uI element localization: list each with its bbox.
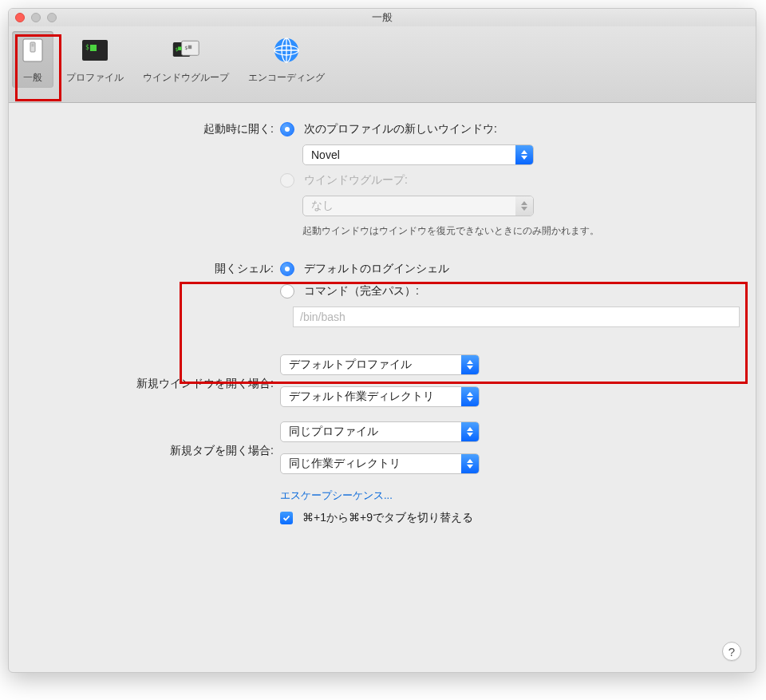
radio-new-window-with-profile[interactable] (280, 122, 294, 136)
svg-marker-21 (467, 360, 473, 364)
svg-text:$: $ (85, 44, 89, 51)
window-groups-icon: $$ (172, 36, 200, 65)
chevron-updown-icon (461, 422, 479, 441)
toolbar-tab-label: ウインドウグループ (143, 71, 229, 85)
toolbar-tab-profiles[interactable]: $ プロファイル (60, 31, 130, 88)
svg-text:$: $ (176, 46, 179, 52)
profiles-icon: $ (81, 36, 109, 65)
new-tab-profile-select[interactable]: 同じプロファイル (280, 421, 480, 442)
svg-rect-5 (90, 45, 97, 51)
titlebar: 一般 (9, 9, 756, 26)
radio-window-group-label: ウインドウグループ: (304, 173, 408, 188)
chevron-updown-icon (461, 454, 479, 473)
svg-marker-22 (467, 366, 473, 370)
svg-marker-27 (467, 459, 473, 463)
startup-group-select: なし (302, 196, 534, 216)
new-tabs-open-with-label: 新規タブを開く場合: (25, 444, 280, 458)
startup-hint: 起動ウインドウはウインドウを復元できないときにのみ開かれます。 (302, 224, 599, 238)
radio-default-login-shell-label: デフォルトのログインシェル (304, 262, 449, 276)
svg-marker-18 (521, 156, 527, 160)
on-startup-label: 起動時に開く: (25, 122, 280, 136)
startup-profile-select-value: Novel (311, 148, 340, 161)
help-button[interactable]: ? (722, 642, 741, 661)
toolbar-tab-label: エンコーディング (248, 71, 325, 85)
shells-open-with-label: 開くシェル: (25, 262, 280, 276)
svg-marker-19 (521, 201, 527, 205)
svg-marker-26 (467, 433, 473, 437)
new-window-dir-select[interactable]: デフォルト作業ディレクトリ (280, 386, 480, 407)
new-window-profile-select[interactable]: デフォルトプロファイル (280, 354, 480, 375)
startup-profile-select[interactable]: Novel (302, 144, 534, 165)
svg-rect-9 (178, 47, 182, 51)
chevron-updown-icon (515, 145, 533, 164)
radio-new-window-with-profile-label: 次のプロファイルの新しいウインドウ: (304, 122, 497, 136)
svg-text:$: $ (184, 45, 188, 50)
preferences-window: 一般 一般 $ プロファイル $$ ウインドウグループ エンコーディング (8, 8, 756, 673)
command-path-input[interactable]: /bin/bash (293, 306, 740, 327)
new-tab-dir-value: 同じ作業ディレクトリ (289, 457, 461, 471)
radio-default-login-shell[interactable] (280, 262, 294, 276)
cmd-1-9-switch-tabs-checkbox[interactable] (280, 512, 293, 524)
svg-marker-20 (521, 207, 527, 211)
svg-rect-11 (188, 45, 192, 49)
svg-marker-17 (521, 150, 527, 154)
general-pane: 起動時に開く: 次のプロファイルの新しいウインドウ: Novel (9, 103, 756, 552)
toolbar-tab-window-groups[interactable]: $$ ウインドウグループ (136, 31, 235, 88)
escape-sequences-link[interactable]: エスケープシーケンス... (280, 488, 393, 503)
svg-marker-25 (467, 427, 473, 431)
chevron-updown-icon (515, 196, 533, 216)
svg-marker-23 (467, 392, 473, 396)
command-path-placeholder: /bin/bash (300, 310, 345, 323)
toolbar-tab-label: 一般 (23, 71, 42, 85)
svg-marker-28 (467, 465, 473, 469)
new-tab-dir-select[interactable]: 同じ作業ディレクトリ (280, 453, 480, 474)
encoding-icon (272, 36, 301, 65)
chevron-updown-icon (461, 387, 479, 406)
toolbar-tab-encoding[interactable]: エンコーディング (242, 31, 331, 88)
startup-group-select-value: なし (311, 199, 334, 213)
new-window-dir-value: デフォルト作業ディレクトリ (289, 390, 461, 404)
radio-window-group[interactable] (280, 173, 294, 188)
window-title: 一般 (9, 10, 756, 25)
chevron-updown-icon (461, 355, 479, 374)
svg-rect-2 (32, 44, 34, 47)
new-window-profile-value: デフォルトプロファイル (289, 358, 461, 372)
toolbar-tab-label: プロファイル (66, 71, 124, 85)
radio-command-full-path[interactable] (280, 284, 294, 299)
radio-command-full-path-label: コマンド（完全パス）: (304, 284, 419, 299)
preferences-toolbar: 一般 $ プロファイル $$ ウインドウグループ エンコーディング (9, 26, 756, 103)
new-tab-profile-value: 同じプロファイル (289, 425, 461, 439)
help-icon: ? (728, 645, 735, 658)
cmd-1-9-switch-tabs-label: ⌘+1から⌘+9でタブを切り替える (302, 511, 473, 525)
svg-marker-24 (467, 397, 473, 401)
general-icon (18, 36, 47, 65)
new-windows-open-with-label: 新規ウインドウを開く場合: (25, 377, 280, 391)
toolbar-tab-general[interactable]: 一般 (12, 31, 53, 88)
